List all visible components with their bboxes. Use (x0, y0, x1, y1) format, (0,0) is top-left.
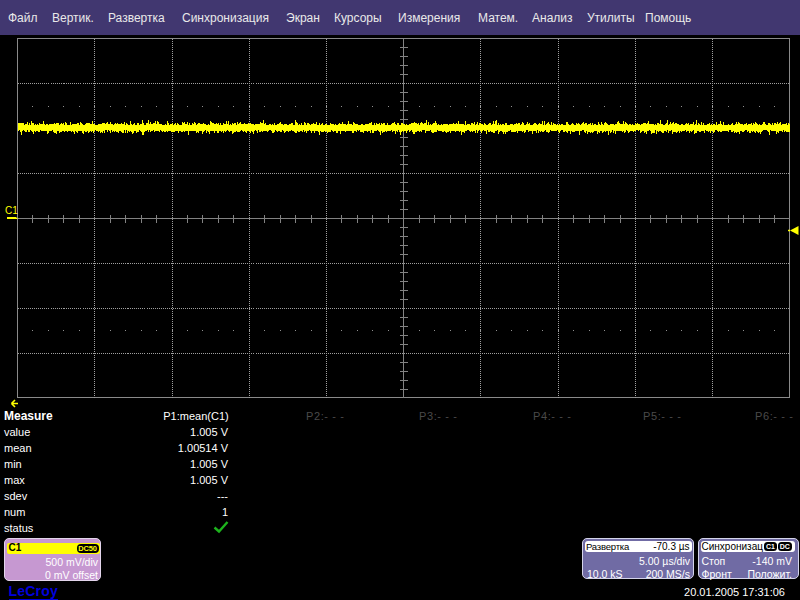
svg-text:C1: C1 (5, 205, 18, 216)
